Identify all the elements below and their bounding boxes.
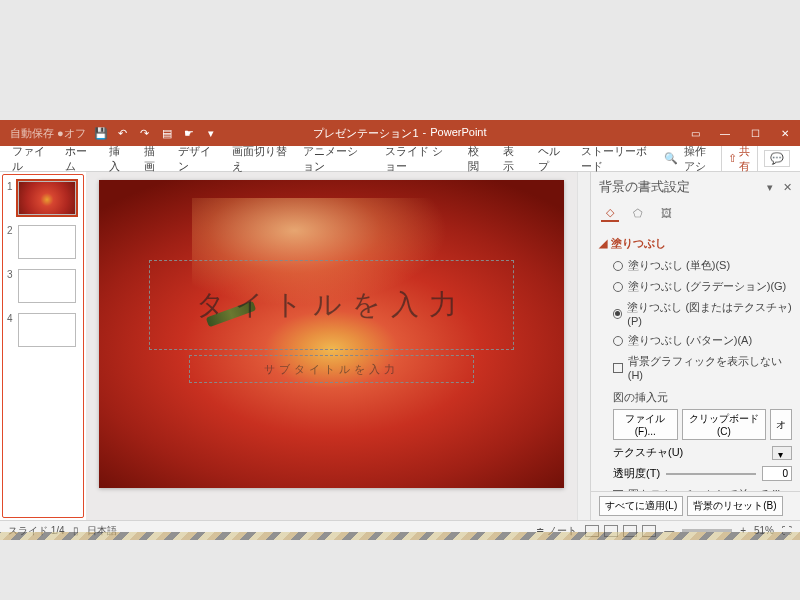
pane-title: 背景の書式設定 <box>599 178 690 196</box>
app-name: PowerPoint <box>430 126 486 141</box>
tell-me-label[interactable]: 操作アシ <box>684 144 715 174</box>
checkbox-tile-as-texture[interactable]: 図をテクスチャとして並べる(I) <box>599 484 792 491</box>
qat-more-icon[interactable]: ▾ <box>204 127 218 140</box>
transparency-slider[interactable] <box>666 473 756 475</box>
insert-from-online-button[interactable]: オ <box>770 409 792 440</box>
radio-pattern-fill[interactable]: 塗りつぶし (パターン)(A) <box>599 330 792 351</box>
slide-canvas-area[interactable]: タイトルを入力 サブタイトルを入力 <box>86 172 577 520</box>
tab-transitions[interactable]: 画面切り替え <box>224 146 296 171</box>
slide[interactable]: タイトルを入力 サブタイトルを入力 <box>99 180 564 488</box>
slide-thumbnail-1[interactable] <box>18 181 76 215</box>
powerpoint-window: 自動保存 ●オフ 💾 ↶ ↷ ▤ ☛ ▾ プレゼンテーション1 - PowerP… <box>0 120 800 540</box>
tab-slideshow[interactable]: スライド ショー <box>377 146 461 171</box>
apply-to-all-button[interactable]: すべてに適用(L) <box>599 496 683 516</box>
tab-view[interactable]: 表示 <box>495 146 530 171</box>
transparency-value[interactable]: 0 <box>762 466 792 481</box>
thumb-number: 4 <box>7 313 15 324</box>
fill-section-header[interactable]: ◢ 塗りつぶし <box>599 232 792 255</box>
thumb-number: 1 <box>7 181 15 192</box>
pane-options-icon[interactable]: ▾ <box>767 181 773 194</box>
picture-tab-icon[interactable]: 🖼 <box>657 204 675 222</box>
touch-mode-icon[interactable]: ☛ <box>182 127 196 140</box>
tab-storyboard[interactable]: ストーリーボード <box>573 146 663 171</box>
share-button[interactable]: ⇧ 共有 <box>721 142 758 176</box>
ribbon-display-icon[interactable]: ▭ <box>680 120 710 146</box>
tab-review[interactable]: 校閲 <box>460 146 495 171</box>
close-icon[interactable]: ✕ <box>770 120 800 146</box>
redo-icon[interactable]: ↷ <box>138 127 152 140</box>
insert-from-file-button[interactable]: ファイル(F)... <box>613 409 678 440</box>
tab-design[interactable]: デザイン <box>170 146 223 171</box>
tab-home[interactable]: ホーム <box>57 146 101 171</box>
share-icon: ⇧ <box>728 152 737 165</box>
minimize-icon[interactable]: — <box>710 120 740 146</box>
ribbon: ファイル ホーム 挿入 描画 デザイン 画面切り替え アニメーション スライド … <box>0 146 800 172</box>
tab-draw[interactable]: 描画 <box>136 146 171 171</box>
undo-icon[interactable]: ↶ <box>116 127 130 140</box>
effects-tab-icon[interactable]: ⬠ <box>629 204 647 222</box>
vertical-scrollbar[interactable] <box>577 172 590 520</box>
tell-me-icon[interactable]: 🔍 <box>664 152 678 165</box>
texture-picker[interactable]: ▾ <box>772 446 792 460</box>
autosave-toggle[interactable]: 自動保存 ●オフ <box>10 126 86 141</box>
radio-gradient-fill[interactable]: 塗りつぶし (グラデーション)(G) <box>599 276 792 297</box>
titlebar: 自動保存 ●オフ 💾 ↶ ↷ ▤ ☛ ▾ プレゼンテーション1 - PowerP… <box>0 120 800 146</box>
decorative-hatch <box>0 532 800 540</box>
collapse-icon: ◢ <box>599 237 607 250</box>
reset-background-button[interactable]: 背景のリセット(B) <box>687 496 782 516</box>
transparency-label: 透明度(T) <box>613 466 660 481</box>
tab-animations[interactable]: アニメーション <box>295 146 376 171</box>
workspace: 1 2 3 4 タイトルを入力 <box>0 172 800 520</box>
texture-label: テクスチャ(U) <box>613 445 683 460</box>
save-icon[interactable]: 💾 <box>94 127 108 140</box>
insert-from-label: 図の挿入元 <box>599 384 792 407</box>
start-slideshow-icon[interactable]: ▤ <box>160 127 174 140</box>
slide-thumbnail-2[interactable] <box>18 225 76 259</box>
title-placeholder[interactable]: タイトルを入力 <box>149 260 514 350</box>
checkbox-hide-bg-graphics[interactable]: 背景グラフィックを表示しない(H) <box>599 351 792 384</box>
pane-close-icon[interactable]: ✕ <box>783 181 792 194</box>
subtitle-placeholder[interactable]: サブタイトルを入力 <box>189 355 474 383</box>
comments-icon[interactable]: 💬 <box>764 150 790 167</box>
tab-insert[interactable]: 挿入 <box>101 146 136 171</box>
fill-tab-icon[interactable]: ◇ <box>601 204 619 222</box>
radio-picture-fill[interactable]: 塗りつぶし (図またはテクスチャ)(P) <box>599 297 792 330</box>
document-title: プレゼンテーション1 <box>313 126 418 141</box>
insert-from-clipboard-button[interactable]: クリップボード(C) <box>682 409 766 440</box>
tab-file[interactable]: ファイル <box>4 146 57 171</box>
thumb-number: 2 <box>7 225 15 236</box>
format-background-pane: 背景の書式設定 ▾ ✕ ◇ ⬠ 🖼 ◢ 塗りつぶし 塗りつぶし (単色)(S) … <box>590 172 800 520</box>
radio-solid-fill[interactable]: 塗りつぶし (単色)(S) <box>599 255 792 276</box>
slide-thumbnail-4[interactable] <box>18 313 76 347</box>
slide-thumbnail-panel: 1 2 3 4 <box>2 174 84 518</box>
thumb-number: 3 <box>7 269 15 280</box>
maximize-icon[interactable]: ☐ <box>740 120 770 146</box>
tab-help[interactable]: ヘルプ <box>530 146 574 171</box>
slide-thumbnail-3[interactable] <box>18 269 76 303</box>
